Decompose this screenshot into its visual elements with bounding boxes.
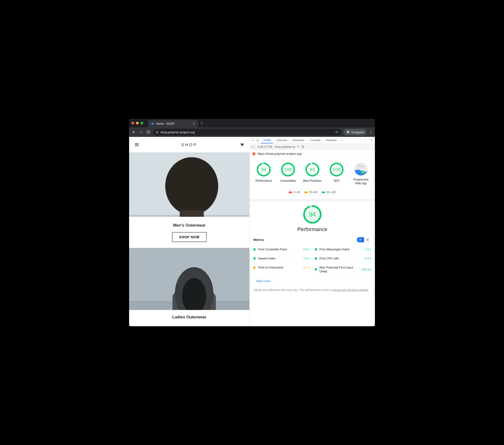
browser-tab[interactable]: Home - SHOP ✕ (148, 120, 198, 127)
devtools-close-icon[interactable]: ✕ (369, 138, 374, 143)
score-seo[interactable]: 100 SEO (326, 162, 347, 185)
back-button[interactable] (131, 130, 136, 135)
score-value: 93 (305, 162, 320, 177)
status-dot-icon (315, 248, 317, 251)
device-toggle-icon[interactable] (256, 138, 260, 143)
address-bar[interactable]: shop.polymer-project.org (153, 129, 341, 136)
score-best-practices[interactable]: 93 Best Practices (302, 162, 323, 185)
svg-rect-18 (258, 140, 259, 141)
svg-point-10 (165, 157, 218, 215)
content-area: SHOP Men's Outerwear SHOP NOW (129, 137, 375, 326)
view-expanded-icon[interactable] (364, 237, 371, 242)
browser-window: Home - SHOP ✕ + shop.polymer-project.org… (129, 119, 375, 326)
tab-title: Home - SHOP (156, 122, 191, 125)
big-score-value: 94 (303, 205, 322, 224)
svg-point-5 (348, 132, 349, 133)
score-value: 100 (281, 162, 295, 177)
incognito-badge[interactable]: Incognito (344, 129, 367, 136)
audits-toolbar: + 3:38:27 PM - shop.polymer-pr ▼ (250, 144, 375, 150)
window-controls (131, 122, 143, 124)
metric-row[interactable]: Max Potential First Input Delay130 ms (315, 263, 371, 276)
window-maximize-button[interactable] (141, 122, 143, 124)
audit-options-icon[interactable]: ⋮ (369, 152, 373, 156)
status-dot-icon (253, 248, 256, 251)
metrics-grid: First Contentful Paint0.9 s Speed Index2… (250, 245, 375, 276)
browser-menu-button[interactable]: ⋮ (369, 130, 373, 134)
tab-elements[interactable]: Elements (290, 137, 307, 143)
score-label: SEO (334, 179, 340, 183)
section-title-mens: Men's Outerwear (129, 223, 250, 227)
hero-image-ladies (129, 248, 250, 310)
reload-button[interactable] (146, 130, 151, 135)
performance-section: 94 Performance (250, 201, 375, 235)
clear-icon[interactable] (301, 145, 305, 148)
incognito-label: Incognito (351, 130, 364, 134)
score-value: 100 (330, 162, 344, 177)
score-label: Best Practices (303, 179, 322, 183)
metrics-view-toggle[interactable] (357, 237, 371, 242)
section-title-ladies: Ladies Outerwear (129, 315, 250, 320)
status-dot-icon (315, 268, 317, 271)
page-header: SHOP (129, 137, 250, 152)
divider (250, 199, 375, 201)
more-tabs-icon[interactable]: » (340, 138, 345, 143)
svg-rect-1 (152, 123, 153, 123)
audit-run-label[interactable]: 3:38:27 PM - shop.polymer-pr (257, 145, 295, 148)
score-pwa[interactable]: PWA Progressive Web App (350, 162, 372, 185)
lock-icon (156, 131, 159, 134)
footnote-link[interactable]: based only on these metrics (333, 288, 368, 292)
tab-audits[interactable]: Audits (261, 137, 273, 143)
svg-point-7 (242, 146, 243, 146)
tab-console[interactable]: Console (308, 137, 323, 143)
metric-row[interactable]: Time to Interactive4.1 s (253, 263, 310, 272)
tab-sources[interactable]: Sources (274, 137, 289, 143)
svg-text:PWA: PWA (358, 165, 364, 168)
pwa-icon: PWA (354, 162, 367, 175)
new-tab-button[interactable]: + (200, 121, 203, 126)
new-audit-icon[interactable]: + (252, 145, 254, 149)
hero-image-mens (129, 152, 250, 217)
svg-point-3 (347, 131, 349, 132)
devtools-tab-bar: Audits Sources Elements Console Network … (250, 137, 375, 144)
shop-now-button[interactable]: SHOP NOW (172, 232, 207, 242)
status-square-icon (253, 266, 256, 269)
score-value: 94 (256, 162, 271, 177)
bookmark-star-icon[interactable] (335, 131, 338, 134)
score-legend: 0–49 50–89 90–100 (286, 189, 339, 196)
big-score-label: Performance (297, 226, 327, 232)
forward-button[interactable] (139, 130, 144, 135)
cart-icon[interactable] (239, 142, 245, 148)
metrics-footnote: Values are estimated and may vary. The p… (250, 287, 375, 296)
dropdown-icon[interactable]: ▼ (297, 145, 300, 148)
inspect-icon[interactable] (251, 138, 255, 143)
score-label: Progressive Web App (350, 178, 372, 185)
section-ladies: Ladies Outerwear (129, 310, 250, 322)
metric-row[interactable]: Speed Index2.4 s (253, 254, 310, 263)
window-minimize-button[interactable] (136, 122, 139, 124)
tab-close-icon[interactable]: ✕ (193, 122, 195, 126)
window-close-button[interactable] (131, 122, 134, 124)
legend-item: 0–49 (288, 190, 300, 194)
view-trace-button[interactable]: View Trace (253, 278, 273, 284)
metric-row[interactable]: First Meaningful Paint1.8 s (315, 245, 371, 254)
devtools-menu-icon[interactable]: ⋮ (363, 138, 368, 143)
score-accessibility[interactable]: 100 Accessibility (277, 162, 299, 185)
score-label: Accessibility (280, 179, 296, 183)
metric-row[interactable]: First Contentful Paint0.9 s (253, 245, 310, 254)
menu-icon[interactable] (134, 142, 140, 148)
score-performance[interactable]: 94 Performance (253, 162, 274, 185)
legend-item: 50–89 (304, 190, 317, 194)
metric-row[interactable]: First CPU Idle3.4 s (315, 254, 371, 263)
lighthouse-icon (252, 152, 256, 155)
view-compact-icon[interactable] (357, 237, 364, 242)
svg-rect-11 (180, 210, 204, 217)
score-gauges: 94 Performance 100 Accessibility 93 (250, 158, 375, 188)
metrics-title: Metrics (253, 238, 264, 242)
page-brand: SHOP (140, 142, 239, 147)
status-dot-icon (253, 257, 256, 260)
tab-network[interactable]: Network (324, 137, 339, 143)
url-text: shop.polymer-project.org (160, 130, 195, 134)
svg-point-4 (347, 132, 348, 133)
svg-point-6 (241, 146, 242, 146)
status-dot-icon (315, 257, 317, 260)
